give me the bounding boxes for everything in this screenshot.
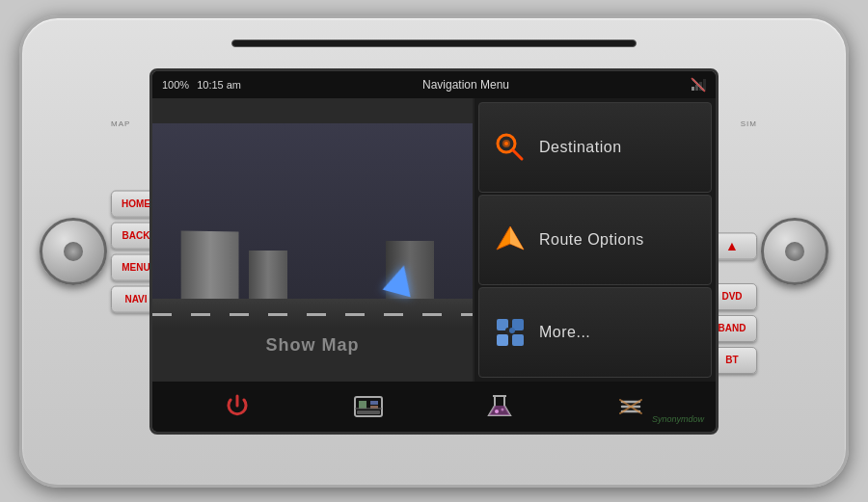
- flask-button[interactable]: [480, 387, 519, 426]
- menu-item-route-options[interactable]: Route Options: [478, 195, 712, 285]
- signal-icon: [691, 77, 706, 92]
- svg-rect-14: [497, 334, 508, 346]
- svg-point-17: [509, 328, 515, 333]
- road-line: [152, 313, 473, 316]
- svg-rect-2: [695, 85, 698, 91]
- sim-label: SIM: [741, 119, 757, 128]
- svg-rect-23: [357, 410, 380, 414]
- right-knob[interactable]: [761, 218, 828, 285]
- map-preview[interactable]: Show Map: [152, 98, 473, 382]
- map-label: MAP: [111, 119, 130, 128]
- destination-label: Destination: [539, 139, 622, 156]
- destination-icon: [491, 130, 529, 165]
- status-right: [691, 77, 706, 92]
- svg-rect-4: [703, 79, 706, 91]
- svg-point-26: [502, 408, 504, 410]
- map-view-button[interactable]: [349, 387, 388, 426]
- left-knob[interactable]: [40, 218, 107, 285]
- map-view-icon: [353, 391, 384, 422]
- bottom-toolbar: [152, 382, 716, 432]
- settings-button[interactable]: [611, 387, 650, 426]
- status-bar: 100% 10:15 am Navigation Menu: [152, 71, 716, 98]
- more-label: More...: [539, 324, 590, 341]
- menu-item-more[interactable]: More...: [478, 287, 712, 378]
- map-3d-view: [152, 123, 473, 328]
- time-display: 10:15 am: [197, 79, 241, 91]
- show-map-label[interactable]: Show Map: [266, 335, 360, 356]
- svg-rect-15: [512, 334, 524, 346]
- route-options-label: Route Options: [539, 231, 644, 249]
- screen: 100% 10:15 am Navigation Menu: [149, 68, 719, 435]
- svg-line-8: [513, 150, 522, 159]
- svg-rect-20: [370, 401, 378, 405]
- svg-point-9: [504, 142, 508, 145]
- screen-inner: 100% 10:15 am Navigation Menu: [152, 71, 716, 432]
- car-unit: MAP HOME BACK MENU NAVI SIM ▲ DVD BAND B…: [19, 15, 849, 488]
- watermark: Synonymdow: [652, 414, 704, 424]
- settings-icon: [616, 392, 645, 421]
- road: [152, 299, 473, 328]
- battery-indicator: 100%: [162, 79, 189, 91]
- building-1: [181, 230, 239, 308]
- svg-point-25: [495, 410, 499, 413]
- menu-list: Destination Route Options: [475, 98, 716, 382]
- power-icon: [223, 392, 252, 421]
- flask-icon: [485, 392, 514, 421]
- status-left: 100% 10:15 am: [162, 79, 241, 91]
- cd-slot: [231, 40, 637, 47]
- route-icon: [491, 223, 529, 257]
- main-content: Show Map: [152, 98, 716, 382]
- svg-rect-19: [359, 401, 366, 409]
- menu-item-destination[interactable]: Destination: [478, 102, 712, 193]
- screen-title: Navigation Menu: [241, 78, 691, 92]
- power-button[interactable]: [218, 387, 257, 426]
- svg-rect-1: [692, 87, 694, 91]
- more-icon: [491, 315, 529, 350]
